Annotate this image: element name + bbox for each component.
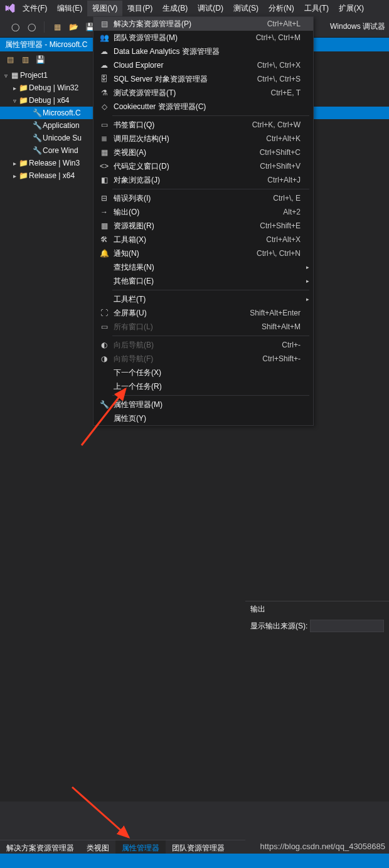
back-icon: ◐ — [97, 341, 111, 349]
obj-icon: ◧ — [97, 176, 111, 184]
menu-item-3[interactable]: 项目(P) — [122, 1, 157, 16]
cloud-icon: ☁ — [97, 61, 111, 70]
menu-item[interactable]: 👥团队资源管理器(M)Ctrl+\, Ctrl+M — [93, 31, 313, 45]
menu-item: ◑向前导航(F)Ctrl+Shift+- — [93, 352, 313, 366]
menu-item[interactable]: ☁Cloud ExplorerCtrl+\, Ctrl+X — [93, 58, 313, 72]
debugger-label[interactable]: Windows 调试器 — [330, 21, 389, 32]
panel-tabs: 解决方案资源管理器类视图属性管理器团队资源管理器 — [0, 840, 245, 854]
new-project-icon[interactable]: ▦ — [50, 19, 65, 34]
menu-item[interactable]: ☁Data Lake Analytics 资源管理器 — [93, 45, 313, 58]
menu-item[interactable]: ◇Cookiecutter 资源管理器(C) — [93, 100, 313, 114]
menu-item[interactable]: 属性页(Y) — [93, 411, 313, 425]
menu-item[interactable]: 🔧属性管理器(M) — [93, 398, 313, 411]
menu-item[interactable]: ▤解决方案资源管理器(P)Ctrl+Alt+L — [93, 17, 313, 31]
book-icon: ▭ — [97, 120, 111, 129]
status-bar — [0, 854, 389, 868]
cloud-icon: ☁ — [97, 47, 111, 56]
error-icon: ⊟ — [97, 194, 111, 203]
menu-item-6[interactable]: 测试(S) — [228, 1, 264, 16]
panel-tab[interactable]: 属性管理器 — [115, 840, 166, 854]
vs-logo-icon — [3, 1, 18, 16]
menu-item: ▭所有窗口(L)Shift+Alt+M — [93, 320, 313, 334]
open-icon[interactable]: 📂 — [66, 19, 81, 34]
menu-item-0[interactable]: 文件(F) — [18, 1, 52, 16]
class-icon: ▦ — [97, 148, 111, 157]
menu-item-1[interactable]: 编辑(E) — [52, 1, 87, 16]
panel-tab[interactable]: 解决方案资源管理器 — [0, 840, 80, 854]
team-icon: 👥 — [97, 33, 111, 42]
panel-tab[interactable]: 类视图 — [80, 840, 115, 854]
menu-item-4[interactable]: 生成(B) — [157, 1, 193, 16]
menu-item-2[interactable]: 视图(V) — [87, 1, 122, 16]
menu-item[interactable]: 🔔通知(N)Ctrl+\, Ctrl+N — [93, 246, 313, 260]
menu-item[interactable]: 上一个任务(R) — [93, 379, 313, 393]
layers-icon: ≣ — [97, 134, 111, 143]
db-icon: 🗄 — [97, 75, 111, 83]
code-icon: <> — [97, 162, 111, 171]
view-menu-dropdown: ▤解决方案资源管理器(P)Ctrl+Alt+L👥团队资源管理器(M)Ctrl+\… — [93, 16, 314, 426]
menu-item[interactable]: 下一个任务(X) — [93, 366, 313, 379]
output-source-select[interactable] — [310, 620, 384, 632]
wrench-icon: 🔧 — [31, 121, 43, 130]
add-existing-icon[interactable]: ▥ — [19, 53, 31, 66]
cookie-icon: ◇ — [97, 102, 111, 111]
full-icon: ⛶ — [97, 309, 111, 317]
menu-item[interactable]: ⛶全屏幕(U)Shift+Alt+Enter — [93, 306, 313, 320]
menu-item[interactable]: 工具栏(T)▸ — [93, 292, 313, 306]
watermark: https://blog.csdn.net/qq_43058685 — [260, 842, 386, 851]
menu-item[interactable]: ▭书签窗口(Q)Ctrl+K, Ctrl+W — [93, 118, 313, 132]
nav-fwd-icon[interactable]: ◯ — [24, 19, 39, 34]
menu-item-8[interactable]: 工具(T) — [299, 1, 334, 16]
wrench-icon: 🔧 — [31, 109, 43, 117]
list-icon: ▤ — [97, 19, 111, 28]
flask-icon: ⚗ — [97, 88, 111, 97]
wrench-icon: 🔧 — [97, 400, 111, 409]
menu-item-5[interactable]: 调试(D) — [193, 1, 228, 16]
add-sheet-icon[interactable]: ▤ — [4, 53, 16, 66]
bell-icon: 🔔 — [97, 249, 111, 258]
nav-back-icon[interactable]: ◯ — [8, 19, 23, 34]
output-source-label: 显示输出来源(S): — [250, 621, 307, 632]
menu-item[interactable]: 其他窗口(E)▸ — [93, 274, 313, 288]
menu-item[interactable]: ⚗测试资源管理器(T)Ctrl+E, T — [93, 86, 313, 100]
menu-item[interactable]: ▦类视图(A)Ctrl+Shift+C — [93, 146, 313, 159]
folder-icon: 📁 — [18, 96, 29, 105]
menu-item[interactable]: 🛠工具箱(X)Ctrl+Alt+X — [93, 233, 313, 246]
menu-bar: 文件(F)编辑(E)视图(V)项目(P)生成(B)调试(D)测试(S)分析(N)… — [0, 0, 389, 16]
output-panel: 输出 显示输出来源(S): — [245, 601, 389, 635]
folder-icon: 📁 — [18, 171, 29, 180]
output-title: 输出 — [245, 601, 389, 617]
menu-item[interactable]: ▦资源视图(R)Ctrl+Shift+E — [93, 219, 313, 233]
wrench-icon: 🔧 — [31, 146, 43, 155]
menu-item[interactable]: ≣调用层次结构(H)Ctrl+Alt+K — [93, 132, 313, 146]
menu-item[interactable]: 🗄SQL Server 对象资源管理器Ctrl+\, Ctrl+S — [93, 72, 313, 86]
fwd-icon: ◑ — [97, 354, 111, 363]
res-icon: ▦ — [97, 221, 111, 230]
menu-item[interactable]: ⊟错误列表(I)Ctrl+\, E — [93, 191, 313, 205]
wrench-icon: 🔧 — [31, 134, 43, 142]
save-sheet-icon[interactable]: 💾 — [34, 53, 46, 66]
tool-icon: 🛠 — [97, 235, 111, 244]
folder-icon: 📁 — [18, 159, 29, 167]
menu-item[interactable]: <>代码定义窗口(D)Ctrl+Shift+V — [93, 159, 313, 173]
menu-item[interactable]: ◧对象浏览器(J)Ctrl+Alt+J — [93, 173, 313, 187]
menu-item-7[interactable]: 分析(N) — [264, 1, 299, 16]
menu-item: ◐向后导航(B)Ctrl+- — [93, 338, 313, 352]
menu-item-9[interactable]: 扩展(X) — [334, 1, 369, 16]
output-icon: → — [97, 208, 111, 216]
menu-item[interactable]: →输出(O)Alt+2 — [93, 205, 313, 219]
win-icon: ▭ — [97, 322, 111, 331]
panel-tab[interactable]: 团队资源管理器 — [166, 840, 231, 854]
folder-icon: 📁 — [18, 83, 29, 92]
project-icon: ▦ — [9, 71, 20, 80]
menu-item[interactable]: 查找结果(N)▸ — [93, 260, 313, 274]
